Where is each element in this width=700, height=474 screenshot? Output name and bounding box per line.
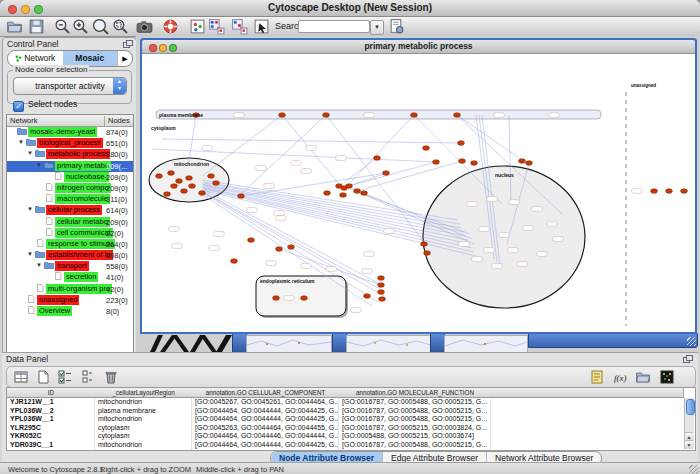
graph-node[interactable] [208,174,215,179]
column-header[interactable]: ID [7,388,96,398]
network-label[interactable]: establishment of lo [46,250,113,260]
table-cell[interactable]: YDR039C__1 [7,441,95,450]
table-cell[interactable]: YJR121W__1 [7,398,95,407]
node-color-dropdown[interactable]: transporter activity ▲▼ [13,77,127,95]
edge[interactable] [241,115,326,194]
vizmapper-icon[interactable] [189,18,206,35]
search-input[interactable] [298,20,370,33]
network-tree-row[interactable]: ▼metabolic process280(0) [7,149,133,160]
save-session-icon[interactable] [28,18,45,35]
node-label-pill[interactable] [549,113,560,118]
expander-icon[interactable]: ▼ [36,162,44,168]
network-label[interactable]: Overview [37,306,72,316]
node-label-pill[interactable] [276,216,287,221]
edge[interactable] [349,162,436,186]
table-cell[interactable]: [GO:0044464, GO:0044446, GO:0044444, G..… [192,432,339,441]
table-cell[interactable]: [GO:0045267, GO:0045261, GO:0044464, G..… [192,398,339,407]
expander-icon[interactable]: ▼ [36,262,44,268]
node-label-pill[interactable] [487,197,498,202]
graph-node[interactable] [526,161,533,166]
graph-node[interactable] [156,174,163,179]
node-label-pill[interactable] [364,113,375,118]
graph-node[interactable] [681,189,688,194]
edge[interactable] [339,158,377,186]
graph-node[interactable] [213,181,220,186]
node-label-pill[interactable] [266,261,277,266]
network-label[interactable]: cell communicat [55,228,113,238]
tab-mosaic[interactable]: Mosaic [63,51,118,66]
table-cell[interactable]: mitochondrion [95,441,192,450]
node-label-pill[interactable] [274,211,285,216]
attribute-table-icon[interactable] [13,369,29,385]
select-attributes-icon[interactable] [57,369,73,385]
node-label-pill[interactable] [459,242,470,247]
network-label[interactable]: unassigned [37,295,79,305]
graph-node[interactable] [171,184,178,189]
graph-node[interactable] [378,290,385,295]
zoom-in-icon[interactable] [72,18,89,35]
node-label-pill[interactable] [202,146,213,151]
graph-node[interactable] [181,189,188,194]
resize-grip-icon[interactable] [687,337,696,346]
table-row[interactable]: YPL036W__2plasma membrane[GO:0044464, GO… [7,407,683,416]
node-label-pill[interactable] [553,237,564,242]
node-label-pill[interactable] [484,248,495,253]
tab-overflow-arrow[interactable]: ▶ [117,51,132,66]
graph-node[interactable] [378,283,385,288]
layout-icon-2[interactable] [231,18,248,35]
node-label-pill[interactable] [364,252,375,257]
table-vertical-scrollbar[interactable]: ▲ ▼ [684,398,694,449]
notes-icon[interactable] [589,369,605,385]
matrix-icon[interactable] [659,369,675,385]
graph-node[interactable] [651,189,658,194]
table-cell[interactable]: mitochondrion [95,398,192,407]
background-window-fragment[interactable] [146,333,238,353]
table-cell[interactable]: YKR052C [7,432,95,441]
graph-node[interactable] [424,251,431,256]
table-cell[interactable]: cytoplasm [95,424,192,433]
table-cell[interactable]: YLR295C [7,424,95,433]
network-tree-row[interactable]: ▼primary metabo209(... [7,161,133,172]
network-tree-row[interactable]: ▼cellular process614(0) [7,205,133,216]
network-label[interactable]: mosaic-demo-yeast [28,127,97,137]
graph-node[interactable] [383,171,390,176]
node-label-pill[interactable] [523,226,534,231]
table-cell[interactable]: YPL036W__2 [7,407,95,416]
network-tree-row[interactable]: response to stimulu264(0) [7,239,133,250]
float-panel-icon[interactable] [683,355,692,363]
graph-node[interactable] [378,276,385,281]
table-cell[interactable]: mitochondrion [95,415,192,424]
table-cell[interactable]: [GO:0016787, GO:0005488, GO:0005215, G..… [339,407,491,416]
edge[interactable] [202,184,464,232]
graph-node[interactable] [340,193,347,198]
node-label-pill[interactable] [326,267,337,272]
unselect-attributes-icon[interactable] [79,369,95,385]
graph-node[interactable] [459,159,466,164]
table-cell[interactable]: [GO:0016787, GO:0005488, GO:0005215, G..… [339,398,491,407]
network-label[interactable]: nitrogen compo [55,183,111,193]
node-label-pill[interactable] [499,233,510,238]
table-row[interactable]: YKR052Ccytoplasm[GO:0044464, GO:0044446,… [7,432,683,441]
titlebar[interactable]: Cytoscape Desktop (New Session) [0,0,700,17]
float-panel-icon[interactable] [123,40,132,48]
help-ring-icon[interactable] [162,18,179,35]
node-label-pill[interactable] [209,246,220,251]
node-label-pill[interactable] [479,227,490,232]
network-tree-row[interactable]: secretion41(0) [7,272,133,283]
graph-node[interactable] [164,192,171,197]
zoom-selected-icon[interactable] [112,18,129,35]
edge[interactable] [162,139,461,143]
background-window-thumbnail[interactable] [246,335,332,353]
graph-node[interactable] [458,141,465,146]
import-attributes-icon[interactable] [635,369,651,385]
network-label[interactable]: secretion [64,272,98,282]
table-cell[interactable]: plasma membrane [95,407,192,416]
table-cell[interactable]: cytoplasm [95,432,192,441]
graph-node[interactable] [423,146,430,151]
graph-node[interactable] [231,259,238,264]
function-builder-icon[interactable]: f(x) [613,369,629,385]
node-label-pill[interactable] [494,113,505,118]
table-row[interactable]: YLR295Ccytoplasm[GO:0045263, GO:0044464,… [7,424,683,433]
close-button[interactable] [8,5,17,14]
table-row[interactable]: YPL036W__1mitochondrion[GO:0044464, GO:0… [7,415,683,424]
